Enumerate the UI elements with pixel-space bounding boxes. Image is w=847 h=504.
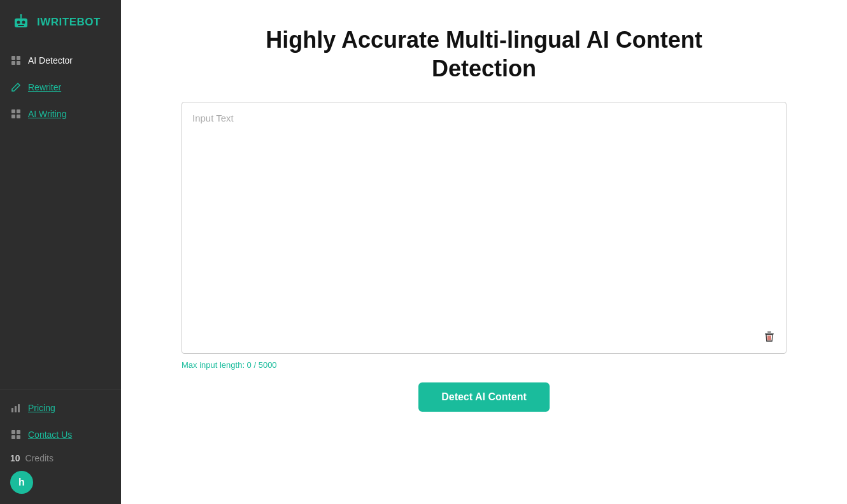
logo-text: IWRITEBOT <box>37 16 101 29</box>
sidebar-item-label-rewriter: Rewriter <box>28 82 61 92</box>
svg-rect-12 <box>17 109 20 113</box>
credits-count: 10 <box>10 453 20 463</box>
grid-icon-2 <box>10 108 22 120</box>
logo-icon <box>10 11 32 33</box>
sidebar-item-rewriter[interactable]: Rewriter <box>0 74 121 101</box>
nav-top: AI Detector Rewriter AI Writing <box>0 45 121 389</box>
svg-rect-14 <box>17 115 20 118</box>
avatar-area: h <box>0 466 121 499</box>
main-content: Highly Accurate Multi-lingual AI Content… <box>121 0 847 504</box>
pen-icon <box>10 81 22 93</box>
sidebar-item-label-ai-writing: AI Writing <box>28 109 66 119</box>
sidebar-item-label-contact-us: Contact Us <box>28 430 72 440</box>
nav-bottom: Pricing Contact Us 10 Credits h <box>0 389 121 504</box>
svg-rect-18 <box>11 430 15 434</box>
grid-icon <box>10 55 22 66</box>
detect-ai-content-button[interactable]: Detect AI Content <box>418 382 550 412</box>
contact-icon <box>10 429 22 440</box>
text-input-wrapper <box>182 102 786 354</box>
svg-rect-13 <box>11 115 15 118</box>
svg-rect-15 <box>11 408 13 412</box>
svg-rect-20 <box>11 435 15 439</box>
svg-rect-10 <box>17 61 20 65</box>
sidebar-item-label-ai-detector: AI Detector <box>28 55 73 66</box>
user-avatar[interactable]: h <box>10 471 33 494</box>
logo-area[interactable]: IWRITEBOT <box>0 0 121 45</box>
credits-area: 10 Credits <box>0 448 121 466</box>
svg-rect-8 <box>17 56 20 60</box>
svg-rect-16 <box>15 406 17 412</box>
svg-rect-7 <box>11 56 15 60</box>
sidebar-item-ai-detector[interactable]: AI Detector <box>0 47 121 74</box>
svg-point-5 <box>20 14 22 16</box>
sidebar: IWRITEBOT AI Detector Rewriter <box>0 0 121 504</box>
bar-chart-icon <box>10 402 22 414</box>
sidebar-item-ai-writing[interactable]: AI Writing <box>0 101 121 127</box>
sidebar-item-label-pricing: Pricing <box>28 403 55 413</box>
credits-label: Credits <box>25 453 53 463</box>
char-count: Max input length: 0 / 5000 <box>182 360 277 370</box>
svg-point-3 <box>22 21 25 24</box>
svg-point-2 <box>17 21 20 24</box>
svg-rect-19 <box>17 430 20 434</box>
svg-rect-6 <box>18 25 24 26</box>
svg-rect-9 <box>11 61 15 65</box>
trash-icon <box>763 330 776 343</box>
svg-rect-11 <box>11 109 15 113</box>
text-input[interactable] <box>182 102 786 351</box>
svg-rect-23 <box>767 332 771 333</box>
svg-rect-17 <box>18 404 20 412</box>
svg-rect-21 <box>17 435 20 439</box>
clear-button[interactable] <box>760 328 778 346</box>
sidebar-item-pricing[interactable]: Pricing <box>0 395 121 421</box>
page-title: Highly Accurate Multi-lingual AI Content… <box>261 25 707 83</box>
sidebar-item-contact-us[interactable]: Contact Us <box>0 421 121 448</box>
